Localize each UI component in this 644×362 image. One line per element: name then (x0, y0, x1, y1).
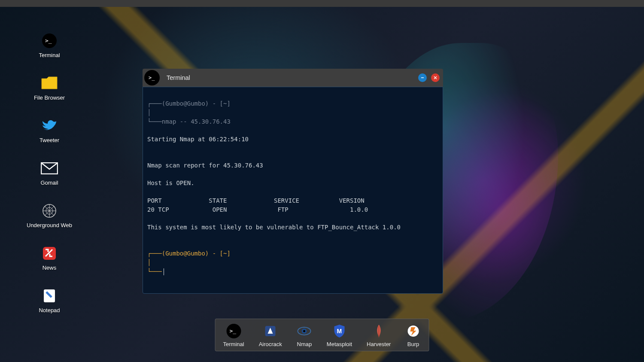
prompt-block-1: ┌───(Gumbo@Gumbo) - [~] │ └───nmap -- 45… (147, 99, 438, 126)
window-titlebar[interactable]: >_ Terminal (143, 69, 443, 87)
prompt-line: │ (147, 109, 151, 116)
shield-icon: M (331, 323, 347, 339)
terminal-output-line: Host is OPEN. (147, 179, 438, 188)
svg-text:>_: >_ (229, 328, 236, 334)
desktop-icon-label: Gomail (40, 179, 58, 186)
prompt-block-2: ┌───(Gumbo@Gumbo) - [~] │ └─── (147, 249, 438, 276)
terminal-cursor (164, 268, 164, 275)
dock-item-airocrack[interactable]: Airocrack (259, 323, 282, 347)
envelope-icon (41, 160, 58, 177)
notepad-icon (41, 287, 58, 304)
dock-item-label: Harvester (367, 341, 391, 347)
desktop-icon-news[interactable]: News (26, 245, 73, 271)
dock-item-nmap[interactable]: Nmap (297, 323, 312, 347)
terminal-icon: >_ (226, 323, 241, 339)
terminal-output-line: This system is most likely to be vulnera… (147, 223, 438, 232)
minimize-button[interactable] (418, 73, 427, 82)
svg-text:>_: >_ (45, 37, 52, 44)
feather-icon (371, 323, 386, 339)
prompt-line: │ (147, 259, 151, 266)
terminal-icon: >_ (41, 32, 58, 49)
web-icon (41, 202, 58, 219)
desktop-icons-column: >_ Terminal File Browser Tweeter Gomail … (26, 32, 73, 313)
dock-item-label: Nmap (297, 341, 312, 347)
dock-item-label: Burp (407, 341, 419, 347)
desktop-icon-label: News (43, 265, 57, 271)
bird-icon (41, 117, 58, 134)
terminal-content[interactable]: ┌───(Gumbo@Gumbo) - [~] │ └───nmap -- 45… (143, 87, 443, 294)
terminal-icon: >_ (144, 70, 160, 85)
dock: >_ Terminal Airocrack Nmap M Metasploit … (215, 319, 429, 351)
terminal-output-line: Nmap scan report for 45.30.76.43 (147, 161, 438, 170)
prompt-command-line: └───nmap -- 45.30.76.43 (147, 118, 231, 125)
prompt-line: ┌───(Gumbo@Gumbo) - [~] (147, 250, 231, 257)
news-icon (41, 245, 58, 262)
desktop-icon-underground-web[interactable]: Underground Web (26, 202, 73, 228)
desktop-icon-label: Terminal (39, 52, 60, 58)
desktop-icon-tweeter[interactable]: Tweeter (26, 117, 73, 143)
terminal-output-line: Starting Nmap at 06:22:54:10 (147, 135, 438, 144)
prompt-line: ┌───(Gumbo@Gumbo) - [~] (147, 100, 231, 107)
dock-item-burp[interactable]: Burp (405, 323, 421, 347)
prompt-line: └─── (147, 268, 162, 275)
terminal-output-row: 20 TCP OPEN FTP 1.0.0 (147, 205, 438, 214)
dock-item-terminal[interactable]: >_ Terminal (223, 323, 244, 347)
terminal-window[interactable]: >_ Terminal ┌───(Gumbo@Gumbo) - [~] │ └─… (143, 69, 443, 294)
dock-item-metasploit[interactable]: M Metasploit (327, 323, 352, 347)
terminal-output-header: PORT STATE SERVICE VERSION (147, 196, 438, 205)
burp-icon (405, 323, 421, 339)
desktop-icon-notepad[interactable]: Notepad (26, 287, 73, 313)
desktop-icon-file-browser[interactable]: File Browser (26, 75, 73, 101)
window-controls (418, 73, 440, 82)
dock-item-label: Terminal (223, 341, 244, 347)
desktop-icon-label: File Browser (34, 94, 65, 101)
top-panel (0, 0, 644, 7)
dock-item-harvester[interactable]: Harvester (367, 323, 391, 347)
airocrack-icon (263, 323, 278, 339)
dock-item-label: Airocrack (259, 341, 282, 347)
svg-point-20 (303, 330, 305, 332)
close-button[interactable] (431, 73, 440, 82)
window-title: Terminal (167, 74, 190, 81)
svg-text:M: M (337, 328, 342, 335)
desktop-icon-label: Notepad (39, 307, 60, 313)
desktop-icon-label: Tweeter (39, 137, 59, 143)
desktop-icon-terminal[interactable]: >_ Terminal (26, 32, 73, 58)
dock-item-label: Metasploit (327, 341, 352, 347)
eye-icon (297, 323, 312, 339)
desktop-icon-label: Underground Web (27, 222, 72, 228)
folder-icon (41, 75, 58, 92)
desktop-icon-gomail[interactable]: Gomail (26, 160, 73, 186)
svg-text:>_: >_ (149, 75, 155, 81)
